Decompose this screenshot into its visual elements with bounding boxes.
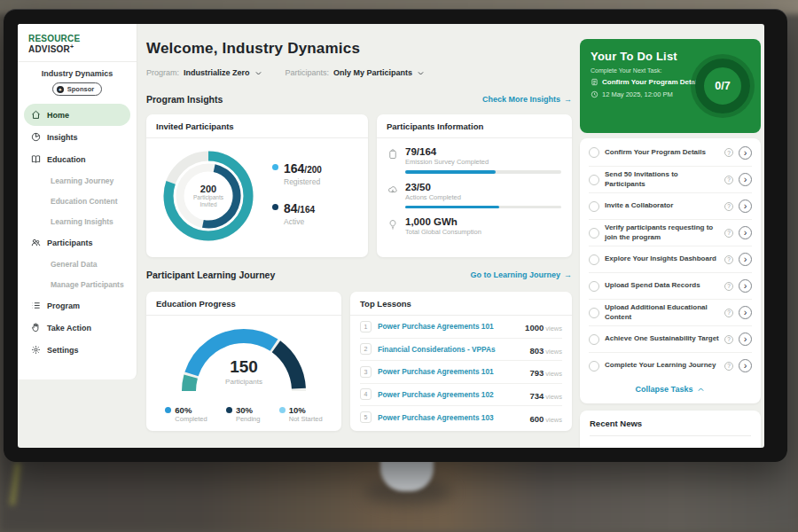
sidebar-item-program[interactable]: Program	[24, 294, 130, 317]
book-icon	[31, 154, 41, 164]
progress-fill	[405, 206, 499, 209]
chevron-right-icon[interactable]: ›	[739, 226, 752, 239]
task-item[interactable]: Verify participants requesting to join t…	[589, 219, 752, 246]
sidebar-item-learning-journey[interactable]: Learning Journey	[24, 170, 130, 191]
participants-select[interactable]: Participants: Only My Participants	[286, 68, 426, 77]
sponsor-badge[interactable]: ✦ Sponsor	[52, 82, 102, 96]
todo-progress-ring: 0/7	[695, 59, 750, 113]
sidebar-item-home[interactable]: Home	[24, 104, 130, 126]
chevron-right-icon[interactable]: ›	[739, 332, 752, 346]
lesson-title-link[interactable]: Power Purchase Agreements 101	[378, 367, 523, 376]
info-icon[interactable]: ?	[724, 176, 733, 184]
info-icon[interactable]: ?	[724, 255, 733, 264]
sidebar-item-label: Take Action	[47, 324, 91, 332]
go-to-learning-journey-link[interactable]: Go to Learning Journey →	[470, 270, 572, 279]
info-icon[interactable]: ?	[724, 309, 733, 317]
lesson-views-label: views	[545, 325, 562, 332]
lesson-row[interactable]: 1 Power Purchase Agreements 101 1000view…	[360, 316, 562, 339]
todo-progress-count: 0/7	[715, 80, 730, 92]
sidebar-item-education-content[interactable]: Education Content	[24, 191, 130, 211]
progress-fill	[405, 170, 496, 174]
sidebar-item-label: Learning Journey	[51, 176, 113, 185]
lesson-views-label: views	[545, 370, 562, 378]
task-item[interactable]: Confirm Your Program Details ? ›	[589, 139, 752, 166]
task-checkbox[interactable]	[589, 281, 599, 292]
sidebar-item-manage-participants[interactable]: Manage Participants	[24, 274, 130, 294]
task-item[interactable]: Achieve One Sustainability Target ? ›	[589, 325, 752, 352]
not-started-dot-icon	[279, 407, 286, 413]
lesson-rank: 1	[360, 321, 372, 332]
chevron-right-icon[interactable]: ›	[739, 306, 752, 319]
info-icon[interactable]: ?	[724, 148, 733, 157]
task-item[interactable]: Upload Spend Data Records ? ›	[589, 272, 752, 299]
progress-track	[405, 170, 561, 174]
task-checkbox[interactable]	[589, 254, 599, 265]
participants-information-card: Participants Information 79/164 Emission…	[377, 114, 572, 257]
sidebar-item-general-data[interactable]: General Data	[24, 254, 130, 274]
chevron-right-icon[interactable]: ›	[739, 146, 752, 160]
lesson-views: 734	[529, 391, 544, 401]
legend-registered: 164/200 Registered	[272, 160, 322, 186]
collapse-tasks-link[interactable]: Collapse Tasks	[589, 379, 752, 400]
sidebar-item-education[interactable]: Education	[24, 148, 130, 170]
task-checkbox[interactable]	[589, 361, 599, 372]
lesson-row[interactable]: 3 Power Purchase Agreements 101 793views	[360, 361, 562, 384]
task-item[interactable]: Complete Your Learning Journey ? ›	[589, 352, 752, 379]
stat-value: 79/164	[405, 146, 561, 157]
completed-dot-icon	[165, 407, 171, 413]
task-item[interactable]: Invite a Collaborator ? ›	[589, 192, 752, 219]
sidebar-item-take-action[interactable]: Take Action	[24, 317, 130, 339]
lesson-rank: 2	[360, 343, 372, 355]
sidebar-item-insights[interactable]: Insights	[24, 126, 130, 148]
lesson-title-link[interactable]: Power Purchase Agreements 102	[378, 390, 523, 399]
todo-next-task: Confirm Your Program Details	[602, 78, 703, 86]
sidebar-item-label: Education Content	[51, 197, 118, 206]
lesson-rank: 3	[360, 366, 372, 378]
dashboard-screen: RESOURCE ADVISOR+ Industry Dynamics ✦ Sp…	[18, 24, 764, 448]
sponsor-badge-icon: ✦	[57, 86, 64, 93]
sidebar-item-participants[interactable]: Participants	[24, 231, 130, 254]
lesson-rank: 4	[360, 388, 372, 400]
task-label: Explore Your Insights Dashboard	[605, 254, 719, 263]
lesson-title-link[interactable]: Power Purchase Agreements 101	[378, 322, 519, 331]
info-icon[interactable]: ?	[724, 229, 733, 238]
task-checkbox[interactable]	[589, 201, 599, 212]
lesson-title-link[interactable]: Financial Considerations - VPPAs	[378, 345, 523, 354]
sidebar-item-learning-insights[interactable]: Learning Insights	[24, 211, 130, 231]
task-label: Achieve One Sustainability Target	[605, 334, 719, 343]
chevron-right-icon[interactable]: ›	[739, 279, 752, 293]
task-checkbox[interactable]	[589, 175, 599, 185]
task-item[interactable]: Upload Additional Educational Content ? …	[589, 299, 752, 325]
task-item[interactable]: Send 50 Invitations to Participants ? ›	[589, 166, 752, 192]
scene: RESOURCE ADVISOR+ Industry Dynamics ✦ Sp…	[0, 0, 798, 532]
task-checkbox[interactable]	[589, 228, 599, 239]
sidebar-item-settings[interactable]: Settings	[24, 339, 130, 361]
active-total: /164	[298, 205, 315, 215]
info-icon[interactable]: ?	[724, 282, 733, 291]
info-icon[interactable]: ?	[724, 362, 733, 371]
chevron-right-icon[interactable]: ›	[739, 253, 752, 266]
legend-pending: 30% Pending	[226, 405, 261, 423]
chevron-right-icon[interactable]: ›	[739, 200, 752, 213]
task-item[interactable]: Explore Your Insights Dashboard ? ›	[589, 246, 752, 272]
task-label: Verify participants requesting to join t…	[605, 223, 719, 242]
check-more-insights-link[interactable]: Check More Insights →	[482, 95, 572, 104]
gauge-center-value: 150	[173, 357, 315, 377]
invited-donut-chart: 200 Participants Invited	[159, 146, 258, 246]
program-select[interactable]: Program: Industrialize Zero	[146, 68, 262, 77]
chevron-right-icon[interactable]: ›	[739, 173, 752, 186]
task-checkbox[interactable]	[589, 308, 599, 318]
todo-due-date: 12 May 2025, 12:00 PM	[602, 90, 673, 98]
lesson-row[interactable]: 2 Financial Considerations - VPPAs 803vi…	[360, 339, 562, 362]
lesson-row[interactable]: 4 Power Purchase Agreements 102 734views	[360, 384, 562, 407]
card-title: Invited Participants	[146, 114, 368, 138]
task-checkbox[interactable]	[589, 334, 599, 345]
lesson-row[interactable]: 5 Power Purchase Agreements 103 600views	[360, 406, 562, 429]
task-checkbox[interactable]	[589, 147, 599, 158]
lesson-title-link[interactable]: Power Purchase Agreements 103	[378, 413, 523, 422]
info-icon[interactable]: ?	[724, 335, 733, 344]
chevron-right-icon[interactable]: ›	[739, 359, 752, 372]
info-icon[interactable]: ?	[724, 202, 733, 211]
gauge-center-label: Participants	[173, 378, 315, 386]
document-icon	[591, 78, 598, 86]
